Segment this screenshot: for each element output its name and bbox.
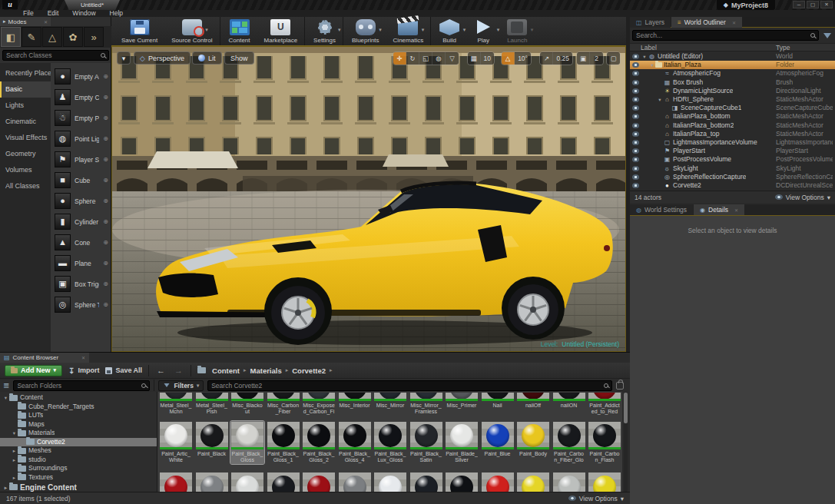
folder-tree-row[interactable]: ▸ Engine Content [0,482,157,492]
asset-tile[interactable]: Misc_Interior [338,392,372,416]
drag-handle-icon[interactable]: ⊕ [103,135,108,142]
camera-speed-button[interactable]: ▣ [577,52,590,65]
asset-tile[interactable]: Paint_Black [195,421,229,464]
tab-details[interactable]: ◉ Details ✕ [694,204,744,215]
toolbar-button[interactable]: ▾ Build [432,17,466,45]
visibility-eye-icon[interactable] [632,54,639,59]
visibility-eye-icon[interactable] [632,131,639,137]
column-type[interactable]: Type [776,44,790,51]
menu-item[interactable]: Help [110,9,123,17]
outliner-row[interactable]: ▢ LightmassImportanceVolume LightmassImp… [630,138,835,147]
asset-tile[interactable]: Misc_Carbon_Fiber [267,392,300,416]
asset-tile[interactable] [195,472,229,492]
viewport[interactable]: ▾ ◇ Perspective Lit Show ✛ ↻ ◱ ◍ ▽ ▦ 10 … [111,46,626,352]
asset-tile[interactable] [588,472,621,492]
scale-tool-button[interactable]: ◱ [419,52,432,65]
drag-handle-icon[interactable]: ⊕ [103,260,108,267]
expand-arrow[interactable]: ▾ [11,429,18,437]
expand-arrow[interactable]: ▸ [11,446,18,455]
save-all-button[interactable]: Save All [105,366,142,374]
asset-tile[interactable]: Misc_Mirror [373,392,407,416]
modes-panel-tab[interactable]: ▸ Modes ✕ [0,17,51,26]
place-actor-item[interactable]: ▬ Plane ⊕ [51,253,111,274]
dropdown-arrow-icon[interactable]: ▾ [205,27,208,33]
visibility-eye-icon[interactable] [632,71,639,76]
toolbar-button[interactable]: ▾ Source Control [164,17,220,45]
minimize-button[interactable]: ─ [793,1,805,8]
asset-tile[interactable]: Paint_Addicted_to_Red [588,392,621,416]
place-actor-item[interactable]: ◎ Sphere Tr ⊕ [51,294,111,315]
forward-button[interactable]: → [173,366,184,375]
expand-arrow[interactable]: ▾ [2,393,9,402]
asset-tile[interactable]: Paint_Carbon_Flash [588,421,621,464]
asset-tile[interactable]: Paint_Black_Satin [409,421,443,464]
lock-icon[interactable] [616,382,624,390]
place-actor-item[interactable]: ▮ Cylinder ⊕ [51,211,111,232]
scrollbar-thumb[interactable] [624,393,628,423]
asset-tile[interactable]: Paint_Body [516,421,550,464]
menu-item[interactable]: File [23,9,34,17]
asset-tile[interactable] [552,472,586,492]
folder-tree-row[interactable]: ▾ Content [0,393,157,403]
drag-handle-icon[interactable]: ⊕ [103,197,108,204]
level-label[interactable]: Level:Untitled (Persistent) [541,340,619,348]
tab-layers[interactable]: ◫ Layers [630,17,671,28]
filters-button[interactable]: Filters ▾ [158,380,204,391]
rotation-snap-value[interactable]: 10° [515,52,531,65]
folder-tree-row[interactable]: LUTs [0,411,157,420]
asset-tile[interactable]: Misc_Blackout [230,392,264,416]
toolbar-button[interactable]: ▾ Save Current [114,17,164,45]
place-actor-item[interactable]: ◍ Point Ligh ⊕ [51,128,111,149]
folder-tree-row[interactable]: ▸ studio [0,456,157,465]
visibility-eye-icon[interactable] [632,148,639,154]
sources-toggle-icon[interactable]: ≣ [3,381,9,390]
folder-tree-row[interactable]: Surroundings [0,464,157,473]
expand-arrow[interactable]: ▸ [11,456,18,464]
search-classes-input[interactable] [2,50,109,61]
drag-handle-icon[interactable]: ⊕ [103,94,108,101]
close-icon[interactable]: ✕ [734,207,738,213]
close-icon[interactable]: ✕ [44,19,48,25]
outliner-filter-button[interactable] [822,31,833,40]
toolbar-button[interactable]: ▾ Launch [500,17,534,45]
visibility-eye-icon[interactable] [632,183,639,188]
toolbar-button[interactable]: ▾ Content [222,17,257,45]
asset-tile[interactable]: nailOff [516,392,550,416]
world-local-toggle[interactable]: ◍ [432,52,446,65]
viewport-options-button[interactable]: ▾ [117,51,131,65]
maximize-viewport-button[interactable]: ▢ [607,52,620,65]
place-actor-item[interactable]: ▣ Box Trigge ⊕ [51,274,111,294]
toolbar-button[interactable]: ▾ Settings [306,17,343,45]
visibility-eye-icon[interactable] [632,123,639,128]
asset-tile[interactable] [445,472,479,492]
drag-handle-icon[interactable]: ⊕ [103,218,108,225]
surface-snap-button[interactable]: ▽ [446,52,459,65]
search-assets-input[interactable] [207,380,612,391]
expand-arrow[interactable]: ▾ [657,95,663,104]
visibility-eye-icon[interactable] [632,114,639,119]
close-icon[interactable]: ✕ [81,355,85,360]
toolbar-button[interactable]: ▾ Cinematics [386,17,432,45]
expand-arrow[interactable]: ▾ [641,52,648,61]
asset-tile[interactable]: Paint_Blue [481,421,515,464]
asset-tile[interactable]: Paint_Black_Gloss_2 [302,421,336,464]
visibility-eye-icon[interactable] [632,157,639,162]
asset-tile[interactable] [516,472,550,492]
asset-tile[interactable]: Paint_Black_Lux_Gloss [373,421,407,464]
modes-category[interactable]: Lights [0,98,51,114]
asset-tile[interactable]: nailON [552,392,586,416]
visibility-eye-icon[interactable] [632,166,639,171]
breadcrumb-item[interactable]: Materials [250,366,282,375]
outliner-row[interactable]: ☼ SkyLight SkyLight [630,164,835,172]
place-actor-item[interactable]: ● Sphere ⊕ [51,191,111,211]
asset-tile[interactable]: Paint_Black_Gloss_4 [338,421,372,464]
visibility-eye-icon[interactable] [632,97,639,102]
asset-tile[interactable]: Misc_Exposed_Carbon_Fiber [302,392,336,416]
folder-tree-row[interactable]: Maps [0,420,157,429]
asset-tile[interactable]: Misc_Mirror_Framless [409,392,443,416]
outliner-row[interactable]: ☀ DynamicLightSource DirectionalLight [630,87,835,95]
toolbar-button[interactable]: ▾ Play [466,17,500,45]
asset-tile[interactable]: Paint_Artic_White [159,421,193,464]
visibility-eye-icon[interactable] [632,140,639,145]
asset-tile[interactable] [409,472,443,492]
